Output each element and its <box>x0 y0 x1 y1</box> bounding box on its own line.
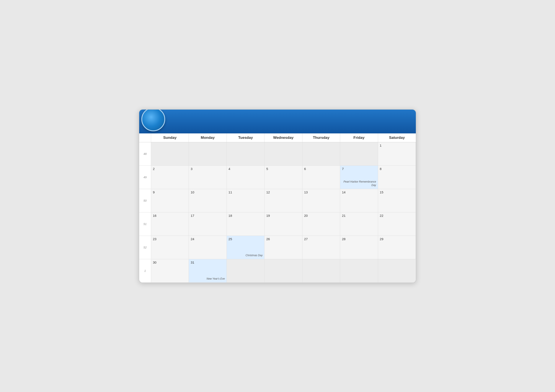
day-header-saturday: Saturday <box>378 133 416 142</box>
day-cell-empty-0-0[interactable] <box>151 142 189 166</box>
day-number: 10 <box>190 190 225 194</box>
day-cell-27[interactable]: 27 <box>302 236 340 259</box>
day-cell-28[interactable]: 28 <box>340 236 378 259</box>
day-number: 7 <box>342 167 376 171</box>
week-number-49: 49 <box>139 166 151 189</box>
event-label: New Year's Eve <box>207 277 225 281</box>
event-label: Christmas Day <box>246 254 263 257</box>
day-number: 14 <box>342 190 376 194</box>
day-cell-5[interactable]: 5 <box>264 166 302 189</box>
day-headers-row: SundayMondayTuesdayWednesdayThursdayFrid… <box>139 133 416 142</box>
day-cell-empty-0-5[interactable] <box>340 142 378 166</box>
day-number: 8 <box>380 167 414 171</box>
day-cell-30[interactable]: 30 <box>151 259 189 283</box>
day-cell-19[interactable]: 19 <box>264 213 302 236</box>
day-cell-4[interactable]: 4 <box>227 166 264 189</box>
day-number: 2 <box>153 167 187 171</box>
day-cell-13[interactable]: 13 <box>302 189 340 213</box>
day-cell-25[interactable]: 25Christmas Day <box>227 236 264 259</box>
day-header-tuesday: Tuesday <box>227 133 264 142</box>
day-number: 17 <box>190 214 225 217</box>
day-cell-26[interactable]: 26 <box>264 236 302 259</box>
day-cell-empty-0-2[interactable] <box>227 142 264 166</box>
day-header-sunday: Sunday <box>151 133 189 142</box>
day-cell-2[interactable]: 2 <box>151 166 189 189</box>
day-header-friday: Friday <box>340 133 378 142</box>
day-cell-empty-0-1[interactable] <box>189 142 226 166</box>
day-header-wednesday: Wednesday <box>264 133 302 142</box>
day-cell-11[interactable]: 11 <box>227 189 264 213</box>
day-cell-20[interactable]: 20 <box>302 213 340 236</box>
day-cell-6[interactable]: 6 <box>302 166 340 189</box>
day-number: 6 <box>304 167 338 171</box>
day-number: 11 <box>228 190 263 194</box>
day-cell-23[interactable]: 23 <box>151 236 189 259</box>
day-header-thursday: Thursday <box>302 133 340 142</box>
day-cell-8[interactable]: 8 <box>378 166 416 189</box>
day-cell-21[interactable]: 21 <box>340 213 378 236</box>
day-cell-empty-5-5[interactable] <box>340 259 378 283</box>
day-number: 1 <box>380 144 414 147</box>
day-number: 19 <box>266 214 300 217</box>
day-cell-empty-0-3[interactable] <box>264 142 302 166</box>
day-cell-31[interactable]: 31New Year's Eve <box>189 259 226 283</box>
calendar-container: SundayMondayTuesdayWednesdayThursdayFrid… <box>139 109 416 283</box>
calendar-header <box>139 110 416 133</box>
day-number: 15 <box>380 190 414 194</box>
day-cell-15[interactable]: 15 <box>378 189 416 213</box>
week-number-50: 50 <box>139 189 151 213</box>
day-number: 30 <box>153 261 187 264</box>
day-cell-10[interactable]: 10 <box>189 189 226 213</box>
calendar-body: SundayMondayTuesdayWednesdayThursdayFrid… <box>139 133 416 283</box>
day-cell-14[interactable]: 14 <box>340 189 378 213</box>
day-cell-3[interactable]: 3 <box>189 166 226 189</box>
day-number: 21 <box>342 214 376 217</box>
day-number: 24 <box>190 237 225 241</box>
day-cell-empty-5-3[interactable] <box>264 259 302 283</box>
day-cell-1[interactable]: 1 <box>378 142 416 166</box>
day-cell-24[interactable]: 24 <box>189 236 226 259</box>
day-number: 18 <box>228 214 263 217</box>
day-number: 13 <box>304 190 338 194</box>
day-number: 29 <box>380 237 414 241</box>
day-number: 22 <box>380 214 414 217</box>
day-number: 4 <box>228 167 263 171</box>
day-number: 16 <box>153 214 187 217</box>
day-cell-16[interactable]: 16 <box>151 213 189 236</box>
event-label: Pearl Harbor Remembrance Day <box>340 180 376 187</box>
day-cell-empty-5-4[interactable] <box>302 259 340 283</box>
day-number: 12 <box>266 190 300 194</box>
header-circle-decoration <box>141 109 165 131</box>
week-number-1: 1 <box>139 259 151 283</box>
week-num-header <box>139 133 151 142</box>
day-number: 27 <box>304 237 338 241</box>
day-number: 26 <box>266 237 300 241</box>
day-number: 31 <box>190 261 225 264</box>
week-number-48: 48 <box>139 142 151 166</box>
day-cell-29[interactable]: 29 <box>378 236 416 259</box>
day-cell-empty-5-6[interactable] <box>378 259 416 283</box>
day-cell-empty-5-2[interactable] <box>227 259 264 283</box>
day-cell-12[interactable]: 12 <box>264 189 302 213</box>
day-number: 5 <box>266 167 300 171</box>
day-number: 20 <box>304 214 338 217</box>
day-cell-7[interactable]: 7Pearl Harbor Remembrance Day <box>340 166 378 189</box>
day-header-monday: Monday <box>189 133 226 142</box>
day-cell-9[interactable]: 9 <box>151 189 189 213</box>
day-cell-empty-0-4[interactable] <box>302 142 340 166</box>
day-number: 25 <box>228 237 263 241</box>
day-number: 28 <box>342 237 376 241</box>
day-number: 9 <box>153 190 187 194</box>
calendar-grid: 48149234567Pearl Harbor Remembrance Day8… <box>139 142 416 283</box>
day-cell-18[interactable]: 18 <box>227 213 264 236</box>
day-cell-17[interactable]: 17 <box>189 213 226 236</box>
day-number: 23 <box>153 237 187 241</box>
week-number-51: 51 <box>139 213 151 236</box>
week-number-52: 52 <box>139 236 151 259</box>
day-cell-22[interactable]: 22 <box>378 213 416 236</box>
day-number: 3 <box>190 167 225 171</box>
